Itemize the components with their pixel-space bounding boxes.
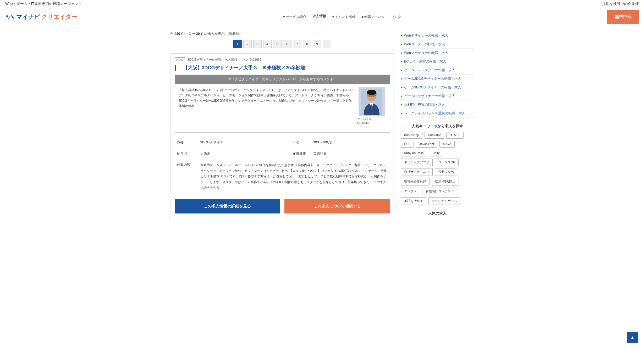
keyword-less-overtime[interactable]: 残業少なめ xyxy=(435,168,457,176)
keyword-unity[interactable]: Unity xyxy=(429,150,443,156)
sidebar-link-game3dcg[interactable]: ゲーム3DCGデザイナーの転職・求人 xyxy=(401,83,474,92)
salary-label: 年収 xyxy=(290,137,311,148)
svg-point-3 xyxy=(367,91,377,97)
sidebar-link-welfare[interactable]: 福利厚生充実の転職・求人 xyxy=(401,100,474,109)
sidebar-link-webdesigner[interactable]: Webデザイナーの転職・求人 xyxy=(401,31,474,40)
keyword-nativeapp[interactable]: ネイティブアプリ xyxy=(401,159,433,166)
keyword-jeans[interactable]: ジーンズOK xyxy=(435,159,459,166)
header-tagline: Web・ゲーム・IT業界専門の転職エージェント xyxy=(5,2,82,6)
job-title-bar: 【大阪】3DCGデザイナー／大手Ｇ ※未経験／25卒歓迎 xyxy=(175,65,390,71)
job-consult-button[interactable]: この求人について相談する xyxy=(284,199,390,213)
keyword-entertainment[interactable]: エンタメ xyxy=(401,188,420,195)
advisor-header: マイナビクリエイターのキャリアアドバイザーからおすすめコメント！ xyxy=(175,75,390,84)
site-header: Web・ゲーム・IT業界専門の転職エージェント 採用を検討中の企業様 ∿∿ マイ… xyxy=(0,0,644,26)
nav-service[interactable]: ▾ サービス紹介 xyxy=(283,15,306,19)
logo-text: マイナビ クリエイター xyxy=(16,13,77,21)
nav-knowhow[interactable]: ▾ 転職ノウハウ xyxy=(362,15,385,19)
keyword-section-title: 人気キーワードから求人を探す xyxy=(401,124,474,129)
keyword-photoshop[interactable]: Photoshop xyxy=(401,132,422,139)
advisor-name: アドバイザー：R.Tanaka xyxy=(357,117,386,124)
work-content-cell: 家庭用ゲームやソーシャルゲームの3DCG制作を担当いただきます 【業務内容】・キ… xyxy=(198,159,390,194)
keyword-illustrator[interactable]: Illustrator xyxy=(425,132,444,139)
next-page-button[interactable]: › xyxy=(323,40,331,48)
advisor-photo-area: アドバイザー：R.Tanaka xyxy=(357,87,386,124)
keyword-women-content[interactable]: 女性向けコンテンツ xyxy=(422,188,457,195)
new-badge: NEW xyxy=(175,57,185,62)
keyword-no-experience[interactable]: 職種未経験歓迎 xyxy=(401,178,430,185)
nav-events[interactable]: ▾ イベント情報 xyxy=(332,15,355,19)
employment-label: 雇用形態 xyxy=(290,148,311,159)
job-detail-button[interactable]: この求人情報の詳細を見る xyxy=(175,199,280,213)
page-5-button[interactable]: 5 xyxy=(273,40,282,48)
job-card-header: NEW 3DCGデザイナーの転職・求人情報 求人ID:61666 xyxy=(170,54,394,65)
logo-wave: ∿∿ xyxy=(5,14,15,20)
keyword-html5[interactable]: HTML5 xyxy=(446,132,463,139)
location-value: 大阪府 xyxy=(198,148,290,159)
advisor-box: マイナビクリエイターのキャリアアドバイザーからおすすめコメント！ 「株式会社 I… xyxy=(175,75,390,128)
salary-value: 300〜700万円 xyxy=(311,137,390,148)
table-row: 勤務地 大阪府 雇用形態 契約社員 xyxy=(175,148,390,159)
popular-jobs-section: 人気の求人 xyxy=(401,211,474,216)
table-row: 職種 3DCGデザイナー 年収 300〜700万円 xyxy=(175,137,390,148)
pagination: 1 2 3 4 5 6 7 8 9 › xyxy=(170,40,394,48)
result-info: 全 420 件中 1 〜 20 件の求人を表示 （新着順） xyxy=(170,31,394,36)
sidebar-link-webcoder[interactable]: Webコーダーの転職・求人 xyxy=(401,40,474,49)
job-actions: この求人情報の詳細を見る この求人について相談する xyxy=(175,199,390,213)
job-id: 求人ID:61666 xyxy=(243,58,262,62)
page-1-button[interactable]: 1 xyxy=(233,40,242,48)
work-content-label: 仕事内容 xyxy=(175,159,198,194)
main-nav: ▾ サービス紹介 求人情報 ▾ イベント情報 ▾ 転職ノウハウ ブログ xyxy=(283,14,401,20)
job-category: 3DCGデザイナーの転職・求人情報 xyxy=(188,58,237,62)
keyword-javascript[interactable]: JavaScript xyxy=(416,141,437,148)
sidebar-link-worklife[interactable]: ワークライフバランス重視の転職・求人 xyxy=(401,109,474,118)
keyword-5-slots[interactable]: 採用枠5名以上 xyxy=(432,178,459,185)
employment-value: 契約社員 xyxy=(311,148,390,159)
table-row: 仕事内容 家庭用ゲームやソーシャルゲームの3DCG制作を担当いただきます 【業務… xyxy=(175,159,390,194)
free-signup-button[interactable]: 無料申込 xyxy=(607,10,639,24)
main-content: 全 420 件中 1 〜 20 件の求人を表示 （新着順） 1 2 3 4 5 … xyxy=(170,31,394,225)
advisor-photo-svg xyxy=(361,89,382,115)
keyword-tags: Photoshop Illustrator HTML5 CSS JavaScri… xyxy=(401,132,474,205)
job-type-value: 3DCGデザイナー xyxy=(198,137,290,148)
keyword-english[interactable]: 英語を活かす xyxy=(401,197,426,205)
sidebar-links: Webデザイナーの転職・求人 Webコーダーの転職・求人 Webマーケターの転職… xyxy=(401,31,474,118)
keyword-rubyonrails[interactable]: Ruby on Rails xyxy=(401,150,427,156)
advisor-comment: 「株式会社 IMAGICA GEEQ（旧バウハウス・エンタテインメント）」は、リ… xyxy=(179,87,353,124)
page-2-button[interactable]: 2 xyxy=(243,40,252,48)
sidebar-link-game2dcg[interactable]: ゲーム2DCGデザイナーの転職・求人 xyxy=(401,75,474,83)
job-details-table: 職種 3DCGデザイナー 年収 300〜700万円 勤務地 大阪府 雇用形態 契… xyxy=(175,137,390,194)
work-content-text: 家庭用ゲームやソーシャルゲームの3DCG制作を担当いただきます 【業務内容】・キ… xyxy=(200,163,387,184)
page-9-button[interactable]: 9 xyxy=(313,40,321,48)
job-title[interactable]: 【大阪】3DCGデザイナー／大手Ｇ ※未経験／25卒歓迎 xyxy=(180,65,390,71)
sidebar-link-ec[interactable]: ECサイト運営の転職・求人 xyxy=(401,57,474,66)
sidebar-link-gamedirector[interactable]: ゲームディレクターの転職・求人 xyxy=(401,66,474,75)
keyword-maya[interactable]: MAYA xyxy=(439,141,455,148)
sidebar-link-webmarketer[interactable]: Webマーケターの転職・求人 xyxy=(401,49,474,57)
page-3-button[interactable]: 3 xyxy=(253,40,262,48)
employer-link[interactable]: 採用を検討中の企業様 xyxy=(602,2,639,6)
sidebar-link-gameui[interactable]: ゲームUIデザイナーの転職・求人 xyxy=(401,92,474,100)
page-8-button[interactable]: 8 xyxy=(303,40,311,48)
keyword-social-game[interactable]: ソーシャルゲーム xyxy=(428,197,460,205)
job-details: 職種 3DCGデザイナー 年収 300〜700万円 勤務地 大阪府 雇用形態 契… xyxy=(175,132,390,194)
keyword-own-service[interactable]: 自社サービスあり xyxy=(401,168,433,176)
popular-jobs-title: 人気の求人 xyxy=(401,211,474,216)
advisor-content: 「株式会社 IMAGICA GEEQ（旧バウハウス・エンタテインメント）」は、リ… xyxy=(175,84,390,128)
site-logo[interactable]: ∿∿ マイナビ クリエイター xyxy=(5,13,77,21)
advisor-photo xyxy=(359,87,385,116)
page-6-button[interactable]: 6 xyxy=(283,40,291,48)
location-label: 勤務地 xyxy=(175,148,198,159)
keyword-section: 人気キーワードから求人を探す Photoshop Illustrator HTM… xyxy=(401,124,474,205)
job-card: NEW 3DCGデザイナーの転職・求人情報 求人ID:61666 【大阪】3DC… xyxy=(170,53,394,219)
keyword-css[interactable]: CSS xyxy=(401,141,414,148)
nav-blog[interactable]: ブログ xyxy=(391,15,401,19)
sidebar: Webデザイナーの転職・求人 Webコーダーの転職・求人 Webマーケターの転職… xyxy=(401,31,474,225)
page-7-button[interactable]: 7 xyxy=(293,40,301,48)
job-type-label: 職種 xyxy=(175,137,198,148)
nav-jobs[interactable]: 求人情報 xyxy=(312,14,326,20)
page-4-button[interactable]: 4 xyxy=(263,40,272,48)
